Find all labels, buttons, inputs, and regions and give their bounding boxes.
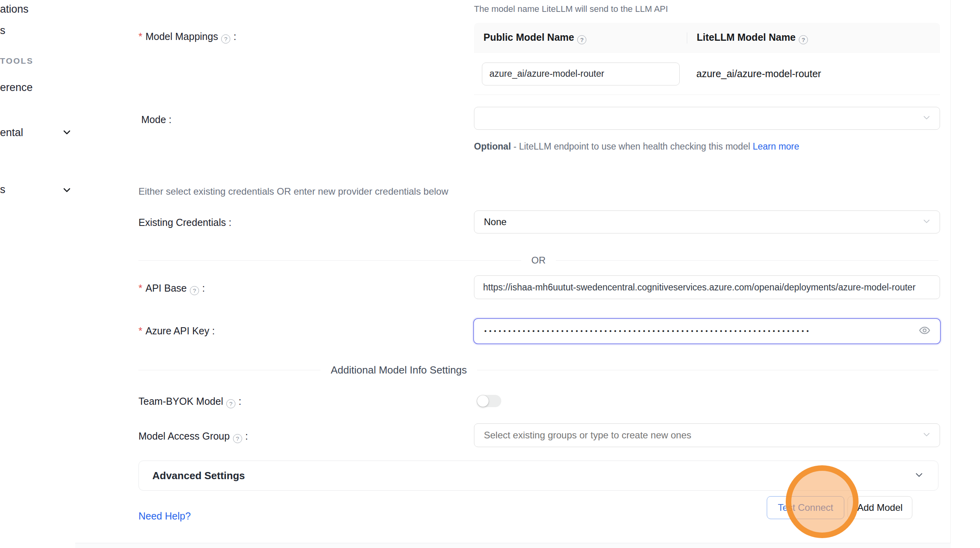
sidebar-item-truncated-5[interactable]: s <box>0 184 6 196</box>
model-access-group-select[interactable] <box>474 423 940 447</box>
toggle-knob <box>477 395 489 407</box>
model-mappings-table: Public Model Name? LiteLLM Model Name? a… <box>474 23 940 95</box>
page-background-strip <box>75 543 951 548</box>
public-model-name-input[interactable] <box>482 63 680 85</box>
learn-more-link[interactable]: Learn more <box>753 141 799 152</box>
model-mappings-header-row: Public Model Name? LiteLLM Model Name? <box>474 23 940 53</box>
test-connect-button[interactable]: Test Connect <box>767 496 844 519</box>
api-base-label: *API Base?: <box>138 283 205 295</box>
existing-credentials-label: Existing Credentials : <box>138 217 231 228</box>
existing-credentials-select[interactable]: None <box>474 210 940 233</box>
api-base-input[interactable] <box>474 275 940 299</box>
content-card-right-border <box>950 0 951 548</box>
sidebar-item-truncated-2[interactable]: s <box>0 25 6 37</box>
mode-help-text: Optional - LiteLLM endpoint to use when … <box>474 138 816 154</box>
existing-credentials-value: None <box>484 216 506 228</box>
sidebar-section-tools: TOOLS <box>0 56 33 66</box>
required-asterisk: * <box>138 325 142 336</box>
sidebar-item-truncated-4[interactable]: ental <box>0 127 23 139</box>
chevron-down-icon <box>914 470 924 481</box>
azure-api-key-input[interactable]: ••••••••••••••••••••••••••••••••••••••••… <box>473 318 941 344</box>
mode-label: Mode : <box>141 114 171 125</box>
help-question-icon[interactable]: ? <box>799 35 808 44</box>
mode-select[interactable] <box>474 107 940 130</box>
chevron-down-icon <box>922 217 931 227</box>
sidebar-item-truncated-3[interactable]: erence <box>0 82 33 94</box>
chevron-down-icon <box>922 430 931 440</box>
required-asterisk: * <box>138 283 142 294</box>
need-help-link[interactable]: Need Help? <box>138 510 191 522</box>
or-divider: OR <box>138 255 938 266</box>
help-question-icon[interactable]: ? <box>221 34 230 44</box>
azure-api-key-label: *Azure API Key : <box>138 325 215 337</box>
advanced-settings-panel[interactable]: Advanced Settings <box>138 461 938 491</box>
help-question-icon[interactable]: ? <box>226 399 235 408</box>
credentials-note: Either select existing credentials OR en… <box>138 186 448 197</box>
add-model-form-page: ations s TOOLS erence ental s The model … <box>0 0 980 548</box>
add-model-button[interactable]: Add Model <box>847 496 912 519</box>
table-row: azure_ai/azure-model-router <box>474 53 940 95</box>
column-header-litellm-model-name: LiteLLM Model Name? <box>687 32 811 44</box>
help-question-icon[interactable]: ? <box>233 434 242 443</box>
masked-password-value: ••••••••••••••••••••••••••••••••••••••••… <box>484 327 896 335</box>
column-header-public-model-name: Public Model Name? <box>474 32 687 44</box>
model-access-group-input[interactable] <box>484 424 911 447</box>
required-asterisk: * <box>138 31 142 42</box>
chevron-down-icon[interactable] <box>62 127 72 137</box>
eye-icon[interactable] <box>919 324 931 338</box>
chevron-down-icon <box>922 113 931 123</box>
sidebar-item-truncated-1[interactable]: ations <box>0 3 28 15</box>
additional-info-divider: Additional Model Info Settings <box>138 364 938 376</box>
chevron-down-icon[interactable] <box>62 185 72 195</box>
team-byok-toggle[interactable] <box>477 395 501 407</box>
help-question-icon[interactable]: ? <box>190 286 199 295</box>
help-question-icon[interactable]: ? <box>577 35 586 44</box>
litellm-model-name-help: The model name LiteLLM will send to the … <box>474 4 668 14</box>
litellm-model-name-value: azure_ai/azure-model-router <box>687 68 821 80</box>
team-byok-label: Team-BYOK Model?: <box>138 396 241 408</box>
model-mappings-label: *Model Mappings?: <box>138 31 236 44</box>
model-access-group-label: Model Access Group?: <box>138 430 248 443</box>
advanced-settings-title: Advanced Settings <box>152 470 245 482</box>
